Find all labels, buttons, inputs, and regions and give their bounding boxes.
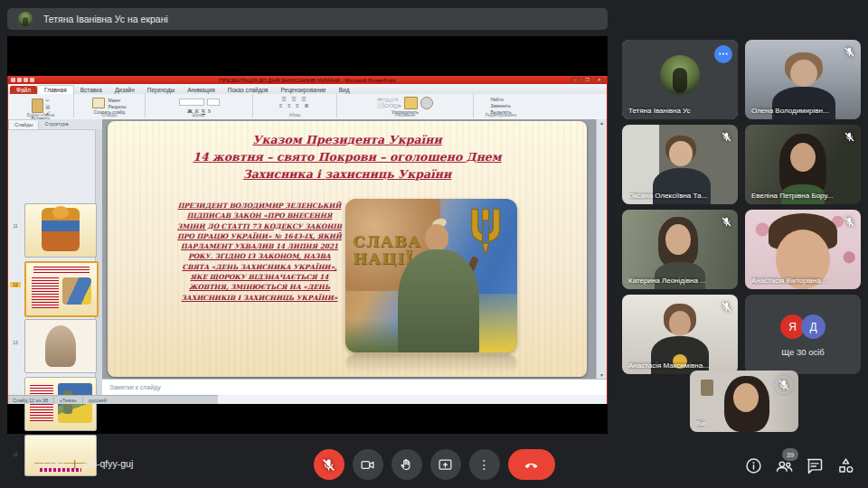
cut-button[interactable]: ✂ (46, 98, 51, 103)
participant-tile-olena[interactable]: Олена Володимирівн... (745, 40, 861, 119)
slide-thumbnail-11[interactable] (24, 203, 97, 258)
tab-view[interactable]: Вид (333, 86, 356, 94)
thumb-number-selected: 12 (10, 282, 21, 287)
tab-home[interactable]: Главная (37, 85, 74, 94)
participant-name: Анастасія Максимівна... (628, 361, 709, 370)
powerpoint-window: ПРЕЗЕНТАЦІЯ ДО ДНЯ ЗАХИСНИКІВ УКРАЇНИ - … (7, 76, 608, 404)
maximize-button: ❐ (582, 77, 592, 83)
info-icon (744, 456, 763, 475)
meeting-details-button[interactable] (744, 456, 763, 475)
shadow-button[interactable]: S (208, 108, 211, 114)
copy-button[interactable]: ▤ (46, 104, 51, 109)
slide-thumbnail-14[interactable] (24, 377, 97, 431)
slide-thumbnail-12-current[interactable] (24, 261, 99, 317)
arrange-icon[interactable] (404, 97, 418, 109)
tab-insert[interactable]: Вставка (74, 86, 108, 94)
new-slide-icon[interactable] (92, 98, 105, 108)
overflow-avatar-2: Д (801, 314, 826, 339)
shapes-gallery[interactable]: ▭○△◇☆⬜⬭⬠⬡⟡ (377, 96, 401, 109)
group-label-drawing: Рисование (395, 113, 416, 117)
activities-button[interactable] (836, 456, 855, 475)
more-vert-icon: ⋮ (478, 460, 491, 469)
hand-icon (399, 457, 414, 473)
participant-name: Евеліна Петрівна Бору... (751, 192, 833, 200)
presenting-banner: Тетяна Іванівна Ус на екрані (7, 8, 608, 30)
end-call-button[interactable] (508, 449, 555, 480)
mic-off-icon (775, 376, 793, 394)
notes-pane[interactable]: Заметки к слайду (102, 379, 607, 395)
present-screen-button[interactable] (430, 449, 461, 480)
group-label-paragraph: Абзац (289, 113, 301, 117)
tile-more-options-button[interactable]: ⋯ (714, 45, 732, 63)
mic-off-icon (844, 45, 855, 57)
group-drawing: ▭○△◇☆⬜⬭⬠⬡⟡ Упорядочить Рисование (337, 94, 474, 117)
participant-name: Катерина Леонідівна ... (628, 277, 706, 285)
ppt-status-bar: Слайд 12 из 38 «Тема» русский (8, 395, 218, 404)
ribbon: ✂ ▤ 🖌 Вставить Буфер обмена Макет Раздел… (8, 94, 607, 120)
raise-hand-button[interactable] (392, 449, 422, 480)
slide-counter: Слайд 12 из 38 (13, 398, 48, 403)
camera-icon (360, 457, 375, 473)
mic-off-icon (721, 215, 732, 227)
participant-name: Оксана Олексіївна Та... (628, 192, 707, 200)
participants-button[interactable]: 39 (775, 456, 794, 475)
scroll-down-icon: ▼ (599, 372, 604, 378)
presenting-banner-text: Тетяна Іванівна Ус на екрані (43, 14, 168, 24)
tab-review[interactable]: Рецензирование (275, 86, 333, 94)
close-button: ✕ (594, 77, 604, 83)
tab-slideshow[interactable]: Показ слайдов (222, 86, 275, 94)
notes-placeholder: Заметки к слайду (109, 384, 161, 390)
chat-button[interactable] (806, 456, 825, 475)
panel-tab-slides[interactable]: Слайды (8, 119, 39, 129)
slide-thumbnail-panel: Слайды Структура 11 12 13 14 (8, 119, 103, 396)
tab-animations[interactable]: Анимация (181, 86, 222, 94)
quick-styles-icon[interactable] (420, 97, 433, 109)
end-call-icon (524, 457, 539, 473)
scroll-up-icon: ▲ (599, 120, 604, 126)
participant-name: Олена Володимирівн... (751, 107, 829, 115)
paste-icon[interactable] (32, 99, 43, 113)
participant-tile-anastasiia-v[interactable]: Анастасія Вікторівна ... (745, 210, 861, 289)
font-name-box[interactable] (179, 99, 204, 106)
ppt-title-bar: ПРЕЗЕНТАЦІЯ ДО ДНЯ ЗАХИСНИКІВ УКРАЇНИ - … (8, 76, 607, 84)
image-reflection (345, 354, 517, 372)
camera-toggle-button[interactable] (353, 449, 383, 480)
main-scrollbar[interactable]: ▲▼ (596, 119, 607, 379)
participant-avatar (660, 55, 700, 95)
participant-tile-tetiana[interactable]: ⋯ Тетяна Іванівна Ус (622, 40, 738, 119)
replace-button[interactable]: Заменить (490, 103, 511, 108)
tab-transitions[interactable]: Переходы (141, 86, 182, 94)
participant-tile-evelina[interactable]: Евеліна Петрівна Бору... (745, 125, 861, 204)
participant-count-badge: 39 (782, 448, 798, 461)
more-participants-label: Ще 30 осіб (745, 347, 861, 357)
find-button[interactable]: Найти (490, 97, 511, 102)
group-slides: Макет Разделы Создать слайд Слайды (74, 94, 146, 117)
slide-thumbnail-13[interactable] (24, 319, 97, 373)
mic-toggle-button[interactable] (314, 449, 344, 480)
trident-icon (467, 208, 505, 260)
group-paragraph: ☰ ☰ ☰ ≡ ≡ ≡ ≣ Абзац (253, 94, 337, 117)
participant-tile-kateryna[interactable]: Катерина Леонідівна ... (622, 210, 738, 289)
tab-file[interactable]: Файл (10, 86, 37, 94)
window-controls[interactable]: –❐✕ (571, 77, 604, 83)
self-video-tile[interactable]: Ви (690, 371, 798, 432)
participant-tile-anastasiia-m[interactable]: Анастасія Максимівна... (622, 295, 738, 374)
ppt-window-title: ПРЕЗЕНТАЦІЯ ДО ДНЯ ЗАХИСНИКІВ УКРАЇНИ - … (219, 78, 396, 83)
tab-design[interactable]: Дизайн (108, 86, 141, 94)
more-options-button[interactable]: ⋮ (469, 449, 500, 480)
mic-off-icon (721, 300, 732, 312)
quick-access-toolbar[interactable] (11, 78, 34, 82)
slide-image-cossack: СЛАВА НАЦІЇ (345, 199, 517, 352)
participant-tile-oksana[interactable]: Оксана Олексіївна Та... (622, 125, 738, 204)
more-participants-tile[interactable]: Я Д Ще 30 осіб (745, 295, 861, 374)
group-editing: Найти Заменить Выделить Редактирование (474, 94, 528, 117)
layout-button[interactable]: Макет (108, 98, 126, 103)
shared-screen[interactable]: ПРЕЗЕНТАЦІЯ ДО ДНЯ ЗАХИСНИКІВ УКРАЇНИ - … (7, 36, 608, 434)
mic-off-icon (844, 130, 855, 142)
participant-name: Анастасія Вікторівна ... (751, 277, 829, 285)
font-size-box[interactable] (207, 99, 220, 106)
theme-name: «Тема» (60, 398, 77, 403)
panel-tab-outline[interactable]: Структура (39, 119, 73, 129)
thumb-number: 11 (10, 223, 21, 229)
activities-icon (836, 456, 855, 475)
